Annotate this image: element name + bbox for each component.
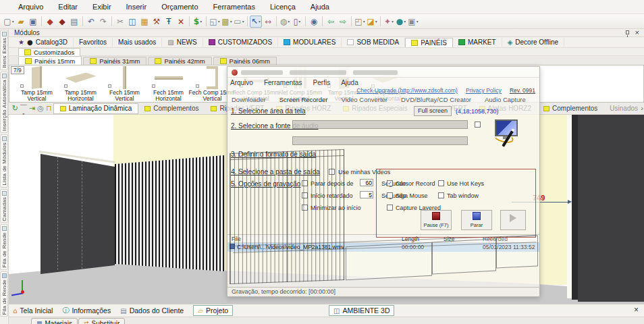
tab-paineis[interactable]: PAINÉIS [405,38,453,47]
walk-prev-icon[interactable]: ⇦ [325,16,337,28]
tab-screen-recorder[interactable]: Screen Recorder [279,96,328,103]
tab-ambiente-3d[interactable]: ◫AMBIENTE 3D [329,305,394,316]
tab-favoritos[interactable]: Favoritos [74,38,113,47]
window-layout-icon[interactable]: ◱▾ [209,16,221,28]
menu-orcamento[interactable]: Orçamento [154,1,205,12]
privacy-policy-link[interactable]: Privacy Policy [466,87,502,94]
thumb-tamp-15mm-horizontal[interactable]: Tamp 15mmHorizontal [59,65,103,102]
tab-downloader[interactable]: Downloader [232,96,266,103]
dialog-menu-arquivo[interactable]: Arquivo [230,79,253,86]
pin-icon[interactable] [626,30,629,34]
undo-icon[interactable]: ↶ [85,16,97,28]
close-icon[interactable]: × [635,28,639,36]
dock-tab-insercao-automatica[interactable]: Inserção Automática [0,72,8,133]
expander-icon[interactable] [196,84,199,88]
close-tab-icon[interactable]: × [634,305,639,315]
cursor-record-checkbox[interactable]: ✓ [387,180,393,186]
menu-arquivo[interactable]: Arquivo [11,1,51,12]
hot-keys-checkbox[interactable] [438,180,444,186]
tab-market[interactable]: MARKET [453,38,502,47]
upgrade-link[interactable]: Check Upgrade (http://www.zdsoft.com) [356,87,458,94]
tab-dados-do-cliente[interactable]: ▤Dados do Cliente [120,306,184,315]
follow-mouse-checkbox[interactable] [387,192,393,198]
tab-paineis-15mm[interactable]: Painéis 15mm [18,56,82,65]
dialog-menu-perfis[interactable]: Perfis [313,79,331,86]
expander-icon[interactable] [64,84,68,88]
tab-paineis-42mm[interactable]: Painéis 42mm [148,57,211,65]
lock-modules-icon[interactable]: ⊓ [45,104,53,113]
tab-catalog3d[interactable]: ★ ● Catalog3D [13,38,74,47]
category-tab-complementos-2[interactable]: Complementos [537,103,603,114]
menu-inserir[interactable]: Inserir [119,1,155,12]
copy-icon[interactable]: ◫ [126,16,138,28]
pause-button[interactable]: Pause (F7) [421,210,452,230]
dock-tab-itens-extras[interactable]: Itens Extras [0,30,8,70]
stop-button[interactable]: Parar [461,210,492,230]
new-document-icon[interactable]: ▢▾ [3,16,15,28]
materiais-button[interactable]: ▦Materiais [31,318,78,324]
measure-icon[interactable]: ↔ [262,16,274,28]
save-icon[interactable]: ▣ [27,16,39,28]
tab-customizados-sub[interactable]: Customizados [18,48,80,56]
plan-view-icon[interactable]: ◰▾ [354,16,366,28]
material-sphere-icon[interactable]: ●▾ [395,16,407,28]
expander-icon[interactable] [152,84,155,88]
category-tab-usinados[interactable]: Usinados [603,103,644,114]
tab-audio-capture[interactable]: Audio Capture [485,96,526,103]
menu-exibir[interactable]: Exibir [85,1,119,12]
tab-video-converter[interactable]: Video Converter [342,96,387,103]
tab-sob-medida[interactable]: SOB MEDIDA [342,38,405,47]
capture-view-icon[interactable]: ▣▾ [407,16,419,28]
dock-tab-camadas[interactable]: Camadas [0,189,8,223]
tab-paineis-31mm[interactable]: Painéis 31mm [83,57,146,65]
dialog-menu-ajuda[interactable]: Ajuda [341,79,358,86]
thumb-fech-15mm-horizontal[interactable]: Fech 15mmHorizontal [146,65,190,102]
tab-tela-inicial[interactable]: ⌂Tela Inicial [13,306,53,315]
substituir-button[interactable]: ⇄Substituir [78,318,125,324]
dock-tab-lista-de-modulos[interactable]: Lista de Módulos [0,134,8,188]
cube-view-icon[interactable]: ◪▾ [366,16,378,28]
full-screen-button[interactable]: Full screen [414,106,452,116]
tab-news[interactable]: ▨NEWS [162,38,203,47]
insert-module-icon[interactable]: ⇥ [28,104,36,113]
category-tab-complementos[interactable]: Complementos [138,103,205,114]
refresh-icon[interactable]: ↻ [11,104,20,113]
category-tab-laminacao-dinamica[interactable]: Laminação Dinâmica [53,103,138,114]
text-height-icon[interactable]: Ŧ [163,16,175,28]
tab-window-checkbox[interactable] [438,192,444,198]
menu-editar[interactable]: Editar [51,1,85,12]
thumb-fech-15mm-vertical[interactable]: Fech 15mmVertical [103,65,146,102]
paste-icon[interactable]: ▦ [138,16,151,28]
tab-modulares[interactable]: MODULARES [278,38,342,47]
play-button[interactable] [500,210,526,230]
tab-customizados[interactable]: CUSTOMIZADOS [203,38,278,47]
tab-dvd-creator[interactable]: DVD/BluRay/CD Creator [401,96,471,103]
tab-informacoes[interactable]: ⓘInformações [62,306,111,315]
expander-icon[interactable] [20,84,24,88]
lighting-icon[interactable]: ◍▾ [279,16,291,28]
cabinet-tool-icon[interactable]: ▯▾ [291,16,303,28]
redo-icon[interactable]: ↷ [97,16,109,28]
cut-icon[interactable]: ✂ [114,16,126,28]
expander-icon[interactable] [108,84,111,88]
pointer-tool-icon[interactable]: ↖▾ [250,16,262,28]
tab-decore-offline[interactable]: ◈Decore Offline [502,38,564,47]
tab-paineis-06mm[interactable]: Painéis 06mm [213,57,277,65]
menu-licenca[interactable]: Licença [263,1,303,12]
modeling-tools-icon[interactable]: ⚒ [151,16,163,28]
delete-icon[interactable]: × [175,16,187,28]
stop-after-input[interactable] [360,179,373,186]
scroll-right-icon[interactable]: › [641,104,643,112]
visibility-icon[interactable]: ◉ [308,16,320,28]
walk-next-icon[interactable]: ⇨ [337,16,349,28]
print-icon[interactable]: ▤ [68,16,80,28]
module-palette-icon[interactable]: ▩▾ [221,16,233,28]
tab-projeto[interactable]: ▱Projeto [193,305,233,316]
open-project-icon[interactable]: ▰ [15,16,27,28]
delayed-start-input[interactable] [360,191,373,198]
menu-ferramentas[interactable]: Ferramentas [206,1,263,12]
dialog-menu-ferramentas[interactable]: Ferramentas [264,79,302,86]
thumb-tamp-15mm-vertical[interactable]: Tamp 15mmVertical [15,65,59,102]
audio-checkbox[interactable] [475,122,481,128]
dock-tab-fila-de-render-2[interactable]: Fila de Rende [0,271,8,317]
